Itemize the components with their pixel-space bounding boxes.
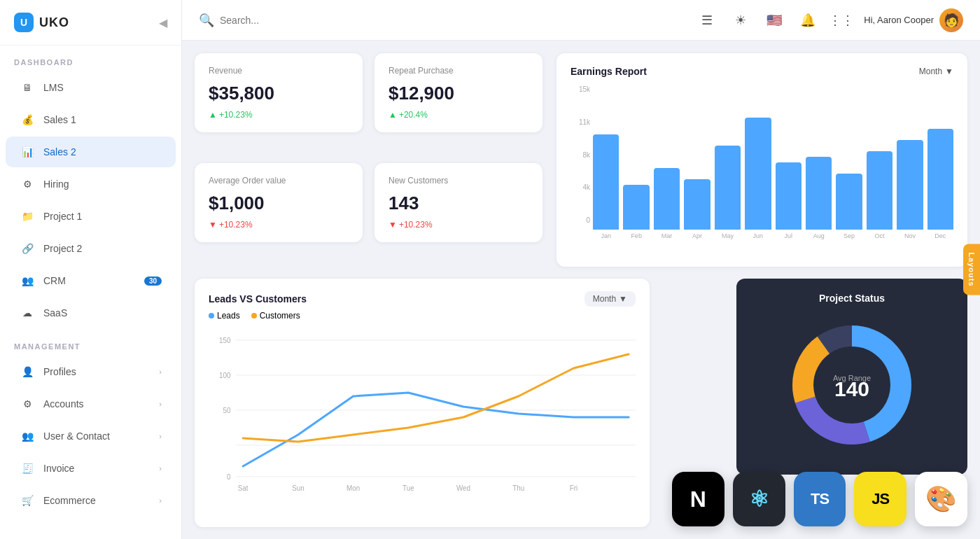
sales2-icon: 📊	[20, 144, 35, 160]
earnings-x-label: Jan	[593, 232, 619, 239]
leads-label: Leads	[217, 311, 240, 321]
main-content: 🔍 ☰ ☀ 🇺🇸 🔔 ⋮⋮ Hi, Aaron Cooper 🧑 Revenue…	[182, 0, 980, 539]
svg-text:Fri: Fri	[570, 484, 578, 492]
leads-legend-item: Leads	[209, 311, 240, 321]
leads-chevron-icon: ▼	[619, 294, 627, 304]
crm-badge: 30	[144, 276, 162, 286]
topbar-greeting: Hi, Aaron Cooper	[864, 15, 934, 25]
sidebar-item-project2[interactable]: 🔗 Project 2	[6, 233, 176, 264]
earnings-bar	[745, 118, 771, 230]
svg-text:Sun: Sun	[292, 484, 304, 492]
sidebar-item-ecommerce[interactable]: 🛒 Ecommerce ›	[6, 485, 176, 516]
logo: U UKO	[14, 13, 69, 32]
earnings-header: Earnings Report Month ▼	[570, 66, 953, 77]
sidebar-item-invoice[interactable]: 🧾 Invoice ›	[6, 453, 176, 484]
donut-chart: Avg Range 140	[789, 322, 915, 448]
repeat-change: ▲ +20.4%	[388, 110, 528, 120]
sidebar-item-project1[interactable]: 📁 Project 1	[6, 201, 176, 232]
earnings-x-label: Sep	[836, 232, 862, 239]
sidebar-section-label-management: MANAGEMENT	[0, 330, 181, 355]
topbar-right: ☰ ☀ 🇺🇸 🔔 ⋮⋮ Hi, Aaron Cooper 🧑	[696, 8, 963, 32]
sidebar-item-sales2[interactable]: 📊 Sales 2	[6, 136, 176, 167]
sidebar-item-profiles[interactable]: 👤 Profiles ›	[6, 356, 176, 387]
grid-icon[interactable]: ⋮⋮	[830, 9, 853, 31]
user-profile-button[interactable]: Hi, Aaron Cooper 🧑	[864, 8, 963, 32]
y-label-4k: 4k	[570, 183, 590, 191]
earnings-title: Earnings Report	[570, 66, 647, 77]
earnings-x-label: Feb	[623, 232, 649, 239]
layouts-tab[interactable]: Layouts	[963, 244, 980, 295]
search-area: 🔍	[199, 13, 685, 28]
sidebar-item-lms-label: LMS	[43, 82, 162, 93]
y-label-15k: 15k	[570, 85, 590, 93]
svg-text:Sat: Sat	[238, 484, 248, 492]
sidebar-item-user-contact[interactable]: 👥 User & Contact ›	[6, 421, 176, 451]
repeat-label: Repeat Purchase	[388, 66, 528, 76]
revenue-change-value: +10.23%	[219, 110, 253, 120]
topbar: 🔍 ☰ ☀ 🇺🇸 🔔 ⋮⋮ Hi, Aaron Cooper 🧑	[182, 0, 980, 41]
leads-period-label: Month	[593, 294, 616, 304]
svg-text:Thu: Thu	[512, 484, 524, 492]
customers-value: 143	[388, 192, 528, 214]
sidebar-item-sales2-label: Sales 2	[43, 146, 162, 158]
avatar: 🧑	[939, 8, 963, 32]
svg-text:50: 50	[223, 407, 231, 414]
y-axis-labels: 15k 11k 8k 4k 0	[570, 85, 590, 239]
earnings-bar	[897, 140, 923, 230]
leads-period-button[interactable]: Month ▼	[584, 291, 636, 307]
customers-dot	[251, 313, 257, 318]
crm-icon: 👥	[20, 273, 35, 288]
search-input[interactable]	[220, 15, 360, 26]
sidebar-item-saas-label: SaaS	[43, 307, 162, 318]
revenue-card: Revenue $35,800 ▲ +10.23%	[195, 53, 363, 132]
earnings-x-label: Jul	[776, 232, 802, 239]
sidebar-item-sales1[interactable]: 💰 Sales 1	[6, 104, 176, 135]
sidebar-item-saas[interactable]: ☁ SaaS	[6, 298, 176, 328]
bell-icon[interactable]: 🔔	[797, 9, 819, 31]
earnings-bar	[776, 162, 802, 230]
sidebar-item-hiring[interactable]: ⚙ Hiring	[6, 169, 176, 200]
logo-text: UKO	[39, 15, 69, 30]
avg-value: $1,000	[209, 192, 349, 214]
avg-change: ▼ +10.23%	[209, 220, 349, 230]
project1-icon: 📁	[20, 209, 35, 224]
earnings-x-labels: JanFebMarAprMayJunJulAugSepOctNovDec	[593, 232, 953, 239]
earnings-bar	[654, 168, 680, 230]
sidebar-item-lms[interactable]: 🖥 LMS	[6, 72, 176, 103]
javascript-icon: JS	[854, 472, 906, 526]
repeat-value: $12,900	[388, 83, 528, 104]
repeat-change-value: +20.4%	[399, 110, 428, 120]
sidebar-item-invoice-label: Invoice	[43, 463, 150, 474]
sidebar-item-crm[interactable]: 👥 CRM 30	[6, 265, 176, 296]
sidebar-section-management: MANAGEMENT 👤 Profiles › ⚙ Accounts › 👥 U…	[0, 330, 181, 517]
leads-chart-svg-container: 150 100 50 0 Sat Sun Mon Tue Wed Thu Fri	[209, 326, 636, 501]
menu-icon[interactable]: ☰	[696, 9, 718, 31]
lms-icon: 🖥	[20, 80, 35, 95]
project-status-title: Project Status	[750, 293, 953, 304]
search-icon: 🔍	[199, 13, 214, 28]
saas-icon: ☁	[20, 305, 35, 321]
project2-icon: 🔗	[20, 241, 35, 256]
leads-chart-title: Leads VS Customers	[209, 293, 307, 304]
user-contact-icon: 👥	[20, 428, 35, 444]
customers-change-value: +10.23%	[399, 220, 433, 230]
earnings-bars	[593, 85, 953, 230]
earnings-x-label: Aug	[806, 232, 832, 239]
svg-text:Mon: Mon	[346, 484, 360, 492]
revenue-label: Revenue	[209, 66, 349, 76]
sidebar-collapse-button[interactable]: ◀	[159, 16, 167, 29]
sun-icon[interactable]: ☀	[729, 9, 752, 31]
svg-text:Tue: Tue	[402, 484, 414, 492]
earnings-bar	[927, 129, 953, 230]
earnings-bar	[867, 151, 892, 230]
earnings-period-button[interactable]: Month ▼	[919, 66, 953, 76]
hiring-icon: ⚙	[20, 176, 35, 192]
flag-icon[interactable]: 🇺🇸	[763, 9, 785, 31]
invoice-icon: 🧾	[20, 461, 35, 476]
earnings-x-label: Dec	[927, 232, 953, 239]
y-label-11k: 11k	[570, 118, 590, 126]
sidebar-item-accounts[interactable]: ⚙ Accounts ›	[6, 388, 176, 419]
earnings-x-label: May	[715, 232, 741, 239]
earnings-x-label: Nov	[897, 232, 923, 239]
accounts-arrow-icon: ›	[159, 400, 162, 408]
